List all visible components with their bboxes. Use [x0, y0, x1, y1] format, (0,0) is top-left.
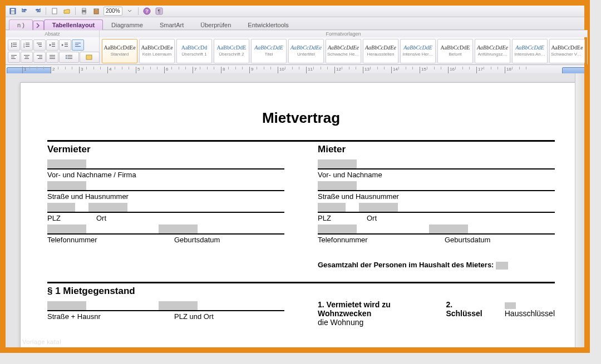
label-strasse-hausnr: Straße + Hausnr [47, 311, 159, 322]
align-r-icon[interactable] [33, 52, 46, 63]
svg-rect-22 [26, 44, 29, 45]
style-intensive-her-[interactable]: AaBbCcDdEIntensive Her… [400, 39, 436, 63]
svg-rect-40 [24, 55, 29, 56]
indent-right-icon[interactable] [59, 39, 71, 51]
svg-rect-1 [11, 9, 14, 11]
svg-rect-6 [82, 12, 86, 14]
zoom-dropdown-icon[interactable] [125, 6, 135, 16]
number-list-icon[interactable]: 123 [21, 39, 33, 51]
svg-rect-46 [50, 55, 55, 56]
align-j-icon[interactable] [46, 52, 58, 63]
tab-chevron-icon[interactable] [33, 21, 44, 30]
svg-rect-50 [67, 57, 72, 57]
svg-rect-34 [75, 43, 81, 43]
vertical-scrollbar[interactable] [575, 73, 584, 347]
svg-rect-45 [38, 58, 42, 59]
style--berschrift-[interactable]: AaBbCcDdEÜberschrift 2 [214, 39, 249, 63]
style-titel[interactable]: AaBbCcDdETitel [251, 39, 287, 63]
tab-diagramme[interactable]: Diagramme [103, 19, 151, 30]
svg-rect-24 [26, 46, 29, 47]
svg-point-13 [11, 43, 12, 44]
svg-rect-42 [24, 58, 29, 59]
line-spacing-icon[interactable] [59, 52, 79, 63]
style-herausstellen[interactable]: AaBbCcDdEeHerausstellen [363, 39, 398, 63]
svg-point-17 [11, 46, 12, 47]
svg-rect-32 [65, 44, 68, 45]
svg-rect-3 [52, 8, 57, 14]
label-strasse-r: Straße und Hausnummer [318, 191, 555, 202]
style-schwache-her-[interactable]: AaBbCcDdEeSchwache Her… [326, 39, 361, 63]
style-untertitel[interactable]: AaBbCcDdEeUntertitel [288, 39, 324, 63]
redo-icon[interactable] [32, 6, 42, 16]
svg-rect-26 [38, 44, 42, 45]
multilevel-list-icon[interactable] [33, 39, 46, 51]
svg-rect-8 [95, 8, 97, 9]
save-icon[interactable] [8, 6, 18, 16]
open-icon[interactable] [62, 6, 72, 16]
quick-access-toolbar: 200% ? ¶ [6, 6, 584, 17]
label-name-r: Vor- und Nachname [318, 169, 555, 180]
svg-rect-28 [52, 43, 55, 43]
sub-1-head: 1. Vermietet wird zu Wohnzwecken [318, 300, 412, 318]
svg-rect-44 [39, 57, 42, 57]
tab-home-partial[interactable]: n ) [9, 19, 33, 30]
bullet-list-icon[interactable] [8, 39, 20, 51]
svg-rect-39 [11, 58, 16, 59]
align-c-icon[interactable] [21, 52, 33, 63]
show-hide-icon[interactable]: ¶ [154, 6, 164, 16]
style-betont[interactable]: AaBbCcDdEBetont [437, 39, 473, 63]
zoom-level[interactable]: 200% [104, 7, 122, 16]
label-plz-r: PLZ [318, 213, 351, 223]
style-intensives-an-[interactable]: AaBbCcDdEIntensives An… [512, 39, 548, 63]
tab-uberprufen[interactable]: Überprüfen [192, 19, 239, 30]
undo-icon[interactable] [20, 6, 30, 16]
svg-rect-20 [26, 43, 29, 43]
group-title-absatz: Absatz [6, 30, 99, 37]
align-left-icon[interactable] [72, 39, 84, 51]
label-geb-r: Geburtsdatum [445, 235, 490, 245]
print-icon[interactable] [79, 6, 89, 16]
tab-smartart[interactable]: SmartArt [151, 19, 192, 30]
watermark: Vorlage katal [22, 338, 61, 345]
svg-rect-14 [13, 43, 17, 43]
doc-title: Mietvertrag [47, 109, 555, 127]
paste-icon[interactable] [91, 6, 101, 16]
tab-entwicklertools[interactable]: Entwicklertools [239, 19, 297, 30]
style--berschrift-[interactable]: AaBbCcDdÜberschrift 1 [176, 39, 212, 63]
col-vermieter: Vermieter Vor- und Nachname / Firma Stra… [47, 143, 284, 270]
svg-rect-43 [37, 55, 42, 56]
svg-rect-52 [86, 55, 92, 59]
style-schwacher-ve-[interactable]: AaBbCcDdEeSchwacher Ve… [549, 39, 585, 63]
svg-text:3: 3 [23, 46, 25, 48]
label-plz-l: PLZ [47, 213, 81, 223]
svg-rect-30 [52, 46, 55, 47]
svg-rect-49 [67, 55, 72, 56]
sub-1-body: die Wohnung [318, 318, 412, 327]
style-standard[interactable]: AaBbCcDdEeStandard [102, 39, 137, 63]
sub-2-body: Hausschlüssel [505, 309, 555, 318]
sub-2-head: 2. Schlüssel [446, 300, 482, 327]
style-kein-leerraum[interactable]: AaBbCcDdEeKein Leerraum [139, 39, 175, 63]
svg-text:¶: ¶ [157, 8, 160, 14]
label-strasse-l: Straße und Hausnummer [47, 191, 284, 202]
label-geb-l: Geburtsdatum [174, 235, 220, 245]
group-title-styles: Formatvorlagen [100, 30, 587, 37]
align-l-icon[interactable] [8, 52, 20, 63]
new-doc-icon[interactable] [50, 6, 60, 16]
label-tel-l: Telefonnummer [47, 235, 159, 245]
svg-rect-2 [11, 11, 14, 14]
indent-left-icon[interactable] [46, 39, 58, 51]
label-tel-r: Telefonnummer [318, 235, 429, 245]
svg-rect-31 [65, 43, 68, 43]
tab-tabellenlayout[interactable]: Tabellenlayout [44, 19, 103, 30]
help-icon[interactable]: ? [142, 6, 152, 16]
household-label: Gesamtzahl der Personen im Haushalt des … [318, 261, 555, 270]
svg-rect-25 [37, 43, 42, 43]
svg-rect-27 [39, 46, 42, 47]
shading-icon[interactable] [80, 52, 100, 63]
page: Mietvertrag Vermieter Vor- und Nachname … [20, 82, 582, 347]
svg-rect-18 [13, 46, 17, 47]
svg-rect-35 [75, 44, 78, 45]
style-anf-hrungsz-[interactable]: AaBbCcDdEeAnführungsz… [475, 39, 510, 63]
svg-rect-37 [11, 55, 17, 56]
